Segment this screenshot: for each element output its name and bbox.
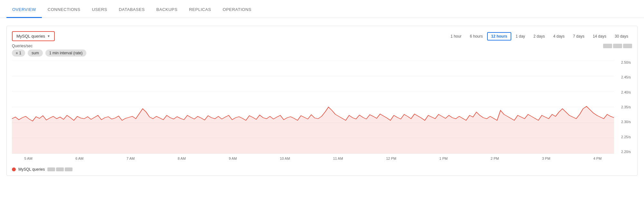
chevron-down-icon: ▼ bbox=[47, 34, 50, 38]
filter-pill[interactable]: 1 min interval (rate) bbox=[45, 50, 86, 57]
x-axis-label: 12 PM bbox=[386, 157, 396, 160]
legend-blob-3 bbox=[623, 44, 632, 48]
y-axis-value: 2.25/s bbox=[615, 135, 631, 139]
time-btn-14-days[interactable]: 14 days bbox=[589, 32, 610, 40]
tab-operations[interactable]: OPERATIONS bbox=[217, 2, 257, 18]
time-btn-1-hour[interactable]: 1 hour bbox=[447, 32, 465, 40]
y-axis-value: 2.50/s bbox=[615, 60, 631, 64]
x-axis-label: 1 PM bbox=[439, 157, 448, 160]
tab-overview[interactable]: OVERVIEW bbox=[6, 2, 42, 18]
main-content: MySQL queries ▼ 1 hour6 hours12 hours1 d… bbox=[0, 18, 644, 184]
filter-pills: ≡1sum1 min interval (rate) bbox=[12, 50, 632, 57]
dropdown-label: MySQL queries bbox=[16, 34, 45, 39]
y-axis-labels: 2.50/s2.45/s2.40/s2.35/s2.30/s2.25/s2.20… bbox=[615, 60, 632, 154]
chart-container: MySQL queries ▼ 1 hour6 hours12 hours1 d… bbox=[6, 26, 638, 176]
x-axis-label: 9 AM bbox=[229, 157, 237, 160]
tab-replicas[interactable]: REPLICAS bbox=[183, 2, 217, 18]
chart-svg bbox=[12, 60, 614, 154]
y-axis-value: 2.20/s bbox=[615, 150, 631, 154]
x-axis-label: 5 AM bbox=[24, 157, 33, 160]
time-btn-2-days[interactable]: 2 days bbox=[530, 32, 549, 40]
x-axis-label: 4 PM bbox=[593, 157, 602, 160]
svg-marker-7 bbox=[12, 106, 614, 154]
x-axis-label: 8 AM bbox=[178, 157, 186, 160]
x-axis-label: 10 AM bbox=[280, 157, 290, 160]
y-axis-value: 2.40/s bbox=[615, 90, 631, 94]
tab-users[interactable]: USERS bbox=[86, 2, 113, 18]
chart-meta: Queries/sec bbox=[12, 44, 632, 48]
x-axis-label: 3 PM bbox=[542, 157, 550, 160]
tab-backups[interactable]: BACKUPS bbox=[150, 2, 183, 18]
time-btn-30-days[interactable]: 30 days bbox=[611, 32, 632, 40]
tab-connections[interactable]: CONNECTIONS bbox=[42, 2, 86, 18]
time-range-buttons: 1 hour6 hours12 hours1 day2 days4 days7 … bbox=[447, 32, 632, 40]
legend-blobs bbox=[603, 44, 632, 48]
x-axis-label: 11 AM bbox=[333, 157, 343, 160]
chart-legend: MySQL queries bbox=[12, 166, 632, 172]
tab-databases[interactable]: DATABASES bbox=[113, 2, 151, 18]
chart-header: MySQL queries ▼ 1 hour6 hours12 hours1 d… bbox=[12, 31, 632, 41]
nav-tabs: OVERVIEWCONNECTIONSUSERSDATABASESBACKUPS… bbox=[0, 0, 644, 18]
x-axis-label: 2 PM bbox=[491, 157, 499, 160]
time-btn-7-days[interactable]: 7 days bbox=[569, 32, 588, 40]
time-btn-1-day[interactable]: 1 day bbox=[512, 32, 529, 40]
filter-icon: ≡ bbox=[16, 51, 18, 55]
x-axis-label: 7 AM bbox=[127, 157, 135, 160]
legend-value-blob-1 bbox=[47, 167, 55, 171]
pill-label: sum bbox=[32, 51, 39, 55]
pill-label: 1 bbox=[19, 51, 21, 55]
y-axis-value: 2.45/s bbox=[615, 75, 631, 79]
legend-blob-1 bbox=[603, 44, 612, 48]
chart-inner bbox=[12, 60, 614, 154]
x-axis: 5 AM6 AM7 AM8 AM9 AM10 AM11 AM12 PM1 PM2… bbox=[12, 154, 614, 163]
pill-label: 1 min interval (rate) bbox=[49, 51, 82, 55]
chart-area: 2.50/s2.45/s2.40/s2.35/s2.30/s2.25/s2.20… bbox=[12, 60, 632, 163]
legend-value-blobs bbox=[47, 167, 72, 171]
legend-value-blob-3 bbox=[65, 167, 72, 171]
y-axis-label: Queries/sec bbox=[12, 44, 33, 48]
legend-blob-2 bbox=[613, 44, 622, 48]
metric-dropdown[interactable]: MySQL queries ▼ bbox=[12, 31, 55, 41]
filter-pill[interactable]: sum bbox=[28, 50, 43, 57]
time-btn-6-hours[interactable]: 6 hours bbox=[466, 32, 486, 40]
legend-value-blob-2 bbox=[56, 167, 64, 171]
time-btn-12-hours[interactable]: 12 hours bbox=[487, 32, 511, 40]
time-btn-4-days[interactable]: 4 days bbox=[549, 32, 568, 40]
y-axis-value: 2.30/s bbox=[615, 120, 631, 124]
legend-label: MySQL queries bbox=[18, 167, 45, 172]
y-axis-value: 2.35/s bbox=[615, 105, 631, 109]
x-axis-label: 6 AM bbox=[75, 157, 83, 160]
legend-dot bbox=[12, 167, 16, 171]
filter-pill[interactable]: ≡1 bbox=[12, 50, 25, 57]
